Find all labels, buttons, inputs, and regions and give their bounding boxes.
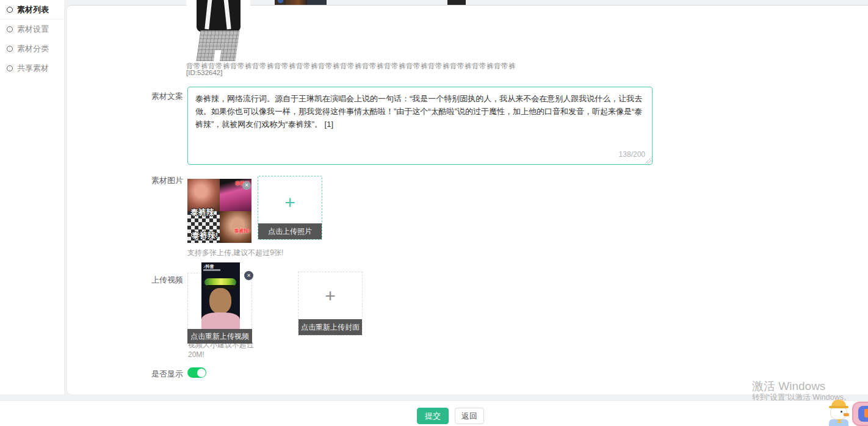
- duck-beak: [844, 413, 849, 416]
- radio-circle-icon: [7, 46, 13, 52]
- material-edit-page: 素材列表 素材设置 素材分类 共享素材 背带裤背带裤背带裤背带裤背带裤背带裤背带…: [0, 0, 868, 426]
- video-thumbnail[interactable]: ♪抖音: [201, 262, 240, 330]
- remove-video-icon[interactable]: ✕: [244, 271, 253, 280]
- sidebar-item-label: 共享素材: [17, 63, 49, 74]
- plus-icon: +: [258, 192, 322, 213]
- mascot-widget[interactable]: [824, 400, 868, 426]
- product-image: [186, 0, 250, 61]
- images-label: 素材图片: [146, 175, 183, 186]
- shirt-icon: [864, 409, 868, 417]
- video-label: 上传视频: [146, 275, 183, 286]
- sidebar-item-label: 素材设置: [17, 24, 49, 35]
- radio-circle-icon: [7, 26, 13, 32]
- copy-textarea[interactable]: 泰裤辣，网络流行词。源自于王琳凯在演唱会上说的一句话：“我是一个特别固执的人，我…: [187, 87, 653, 165]
- product-title: 背带裤背带裤背带裤背带裤背带裤背带裤背带裤背带裤背带裤背带裤背带裤背带裤背带裤背…: [186, 62, 479, 70]
- sidebar-item-label: 素材分类: [17, 43, 49, 54]
- plus-icon: +: [298, 286, 362, 306]
- sidebar-item-shared-material[interactable]: 共享素材: [0, 59, 64, 78]
- cutoff-image-fragment: [447, 0, 466, 5]
- copy-textarea-wrap: 泰裤辣，网络流行词。源自于王琳凯在演唱会上说的一句话：“我是一个特别固执的人，我…: [187, 87, 653, 165]
- face-shape: [209, 288, 231, 314]
- reupload-cover-box[interactable]: + 点击重新上传封面: [298, 272, 363, 336]
- douyin-logo-text: 抖音: [206, 264, 214, 269]
- upload-photo-button[interactable]: + 点击上传照片: [258, 176, 322, 240]
- cutoff-image-fragment: [286, 0, 307, 5]
- reupload-cover-bar[interactable]: 点击重新上传封面: [298, 319, 362, 335]
- collage-photo: [220, 211, 252, 244]
- remove-image-icon[interactable]: ✕: [242, 181, 251, 190]
- copy-label: 素材文案: [146, 91, 183, 102]
- watermark-id-bar: [203, 269, 220, 271]
- meme-caption: 泰裤辣: [190, 207, 214, 218]
- meme-sticker: 泰裤辣!: [234, 228, 250, 234]
- display-toggle[interactable]: [187, 367, 206, 378]
- display-label: 是否显示: [146, 369, 183, 380]
- duck-eye: [841, 411, 842, 413]
- meme-caption: 泰裤辣!: [192, 230, 218, 241]
- radio-circle-icon: [7, 7, 13, 13]
- duck-hat-brim: [829, 406, 848, 408]
- pink-shirt-shape: [201, 312, 240, 330]
- upload-photo-bar: 点击上传照片: [258, 223, 322, 239]
- submit-button[interactable]: 提交: [417, 408, 449, 424]
- toggle-knob: [197, 369, 206, 377]
- sidebar-item-material-category[interactable]: 素材分类: [0, 39, 64, 59]
- product-id: [ID:532642]: [186, 69, 222, 76]
- reupload-video-button[interactable]: 点击重新上传视频: [187, 329, 252, 344]
- sidebar-item-material-settings[interactable]: 素材设置: [0, 20, 64, 39]
- images-hint: 支持多张上传,建议不超过9张!: [187, 248, 283, 258]
- radio-circle-icon: [7, 65, 13, 71]
- sweater-shape: [197, 0, 241, 32]
- uploaded-image-thumbnail[interactable]: 泰裤辣 泰裤辣! 泰裤辣 泰裤辣!: [187, 179, 251, 243]
- footer-bar: 提交 返回: [0, 400, 868, 426]
- resize-handle-icon[interactable]: [645, 157, 651, 164]
- sidebar: 素材列表 素材设置 素材分类 共享素材: [0, 0, 64, 394]
- collage-photo: [187, 179, 220, 211]
- sidebar-item-material-list[interactable]: 素材列表: [0, 0, 64, 20]
- char-counter: 138/200: [619, 150, 645, 159]
- sidebar-item-label: 素材列表: [17, 4, 49, 15]
- cutoff-image-fragment: [307, 0, 327, 5]
- back-button[interactable]: 返回: [455, 408, 484, 424]
